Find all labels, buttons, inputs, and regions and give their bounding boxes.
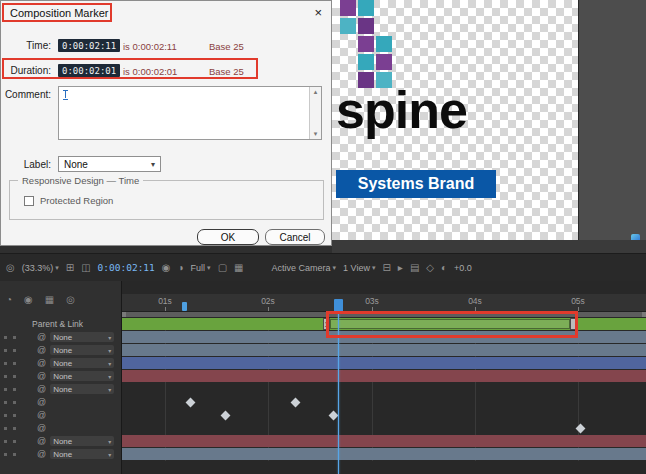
- layer-switches[interactable]: [4, 375, 7, 378]
- motion-blur-icon[interactable]: ◉: [24, 294, 33, 305]
- marker-tick-icon[interactable]: [182, 302, 187, 311]
- layer-switches[interactable]: [4, 453, 7, 456]
- scroll-down-icon[interactable]: ▾: [310, 130, 321, 138]
- chevron-down-icon: ▾: [372, 264, 376, 272]
- flowchart-icon[interactable]: ◇: [426, 262, 434, 273]
- marker-end-handle[interactable]: [570, 318, 577, 330]
- logo-pixel-square: [358, 54, 374, 70]
- view-layout-dropdown[interactable]: 1 View ▾: [343, 263, 375, 273]
- layer-switches[interactable]: [4, 440, 7, 443]
- layer-switches[interactable]: [4, 349, 7, 352]
- transform-icon[interactable]: ◎: [66, 294, 75, 305]
- reset-exposure-icon[interactable]: ◐: [441, 262, 447, 273]
- fast-preview-icon[interactable]: ▸: [398, 262, 403, 273]
- duration-value-field[interactable]: 0:00:02:01: [58, 64, 120, 77]
- keyframe-icon[interactable]: [328, 410, 338, 420]
- ok-button[interactable]: OK: [197, 229, 259, 245]
- protected-region-checkbox[interactable]: [24, 196, 34, 206]
- ruler-label: 05s: [571, 296, 585, 306]
- playhead-handle[interactable]: [334, 299, 343, 312]
- logo-pixel-square: [376, 36, 392, 52]
- parent-pickwhip-icon[interactable]: @: [37, 331, 46, 343]
- keyframe-icon[interactable]: [575, 423, 585, 433]
- layer-duration-bar[interactable]: [122, 435, 646, 447]
- ruler-label: 03s: [365, 296, 379, 306]
- parent-pickwhip-icon[interactable]: @: [37, 357, 46, 369]
- parent-link-dropdown[interactable]: None▾: [50, 371, 114, 381]
- parent-pickwhip-icon[interactable]: @: [37, 383, 46, 395]
- close-icon[interactable]: ×: [314, 5, 322, 20]
- zoom-icon[interactable]: ◎: [6, 262, 15, 273]
- comment-scrollbar[interactable]: ▴ ▾: [309, 87, 321, 139]
- quality-icon[interactable]: ◔: [6, 294, 12, 305]
- protected-region-label: Protected Region: [40, 195, 113, 206]
- logo-pixel-square: [358, 36, 374, 52]
- marker-duration-span[interactable]: [330, 319, 570, 329]
- parent-pickwhip-icon[interactable]: @: [37, 370, 46, 382]
- layer-switches[interactable]: [4, 362, 7, 365]
- layer-duration-bar[interactable]: [122, 448, 646, 460]
- cancel-button[interactable]: Cancel: [265, 229, 325, 245]
- chevron-down-icon: ▾: [108, 334, 111, 341]
- snapshot-icon[interactable]: ◉: [162, 262, 171, 273]
- ruler-label: 04s: [468, 296, 482, 306]
- ruler-label: 01s: [158, 296, 172, 306]
- keyframe-icon[interactable]: [290, 397, 300, 407]
- timeline-button-icon[interactable]: ▤: [410, 262, 419, 273]
- marker-start-handle[interactable]: 1: [323, 318, 330, 330]
- parent-link-dropdown[interactable]: None▾: [50, 449, 114, 459]
- parent-pickwhip-icon[interactable]: @: [37, 448, 46, 460]
- parent-link-column-header[interactable]: Parent & Link: [4, 319, 83, 329]
- logo-text: spine: [336, 80, 467, 140]
- layer-controls-row: @None▾: [0, 435, 122, 447]
- magnification-dropdown[interactable]: (33.3%) ▾: [22, 263, 59, 273]
- exposure-value[interactable]: +0.0: [454, 263, 472, 273]
- layer-duration-bar[interactable]: [122, 331, 646, 343]
- comp-panel-lower: [332, 240, 646, 253]
- show-channel-icon[interactable]: ◑: [178, 262, 184, 273]
- parent-pickwhip-icon[interactable]: @: [37, 422, 46, 434]
- timeline-panel: ◔◉▦◎ Parent & Link@None▾@None▾@None▾@Non…: [0, 281, 646, 474]
- pixel-aspect-icon[interactable]: ⊟: [382, 262, 390, 273]
- current-time-indicator[interactable]: [338, 312, 339, 474]
- graph-editor-icon[interactable]: ▦: [45, 294, 54, 305]
- region-of-interest-icon[interactable]: ▢: [218, 262, 227, 273]
- layer-duration-bar[interactable]: [122, 357, 646, 369]
- layer-switches[interactable]: [4, 401, 7, 404]
- chevron-down-icon: ▾: [108, 373, 111, 380]
- mask-visibility-icon[interactable]: ◫: [81, 262, 90, 273]
- chevron-down-icon: ▾: [55, 264, 59, 272]
- chevron-down-icon: ▾: [108, 451, 111, 458]
- parent-pickwhip-icon[interactable]: @: [37, 409, 46, 421]
- parent-link-dropdown[interactable]: None▾: [50, 436, 114, 446]
- comment-textarea[interactable]: ▴ ▾: [58, 86, 322, 140]
- parent-link-dropdown[interactable]: None▾: [50, 332, 114, 342]
- keyframe-icon[interactable]: [220, 410, 230, 420]
- brand-banner-text: Systems Brand: [358, 175, 475, 193]
- parent-link-dropdown[interactable]: None▾: [50, 358, 114, 368]
- keyframe-icon[interactable]: [185, 397, 195, 407]
- grid-guides-icon[interactable]: ⊞: [66, 262, 74, 273]
- scroll-up-icon[interactable]: ▴: [310, 88, 321, 96]
- time-ruler[interactable]: 01s02s03s04s05s: [122, 294, 646, 312]
- label-dropdown[interactable]: None ▾: [58, 156, 161, 172]
- transparency-grid-icon[interactable]: ▦: [234, 262, 243, 273]
- layer-switches[interactable]: [4, 336, 7, 339]
- layer-switches[interactable]: [4, 388, 7, 391]
- parent-link-dropdown[interactable]: None▾: [50, 345, 114, 355]
- layer-switches[interactable]: [4, 414, 7, 417]
- time-value-field[interactable]: 0:00:02:11: [58, 39, 120, 52]
- parent-pickwhip-icon[interactable]: @: [37, 396, 46, 408]
- layer-switches[interactable]: [4, 427, 7, 430]
- parent-pickwhip-icon[interactable]: @: [37, 344, 46, 356]
- resolution-dropdown[interactable]: Full ▾: [191, 263, 211, 273]
- duration-base: Base 25: [209, 66, 244, 77]
- work-area-bar[interactable]: [122, 312, 646, 317]
- parent-link-dropdown[interactable]: None▾: [50, 384, 114, 394]
- parent-pickwhip-icon[interactable]: @: [37, 435, 46, 447]
- camera-dropdown[interactable]: Active Camera ▾: [272, 263, 337, 273]
- current-time-display[interactable]: 0:00:02:11: [98, 262, 155, 273]
- layer-duration-bar[interactable]: [122, 370, 646, 382]
- ruler-tick: [578, 307, 579, 311]
- layer-duration-bar[interactable]: [122, 344, 646, 356]
